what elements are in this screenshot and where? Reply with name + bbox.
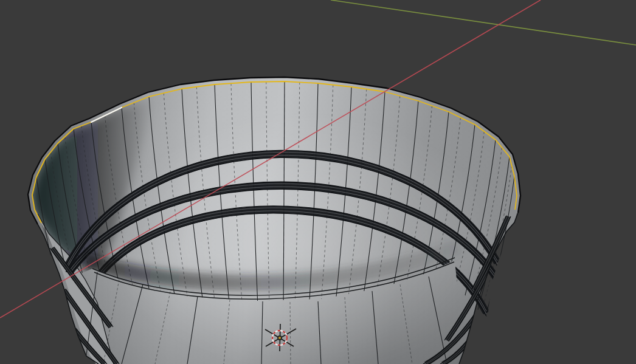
blender-3d-viewport[interactable] bbox=[0, 0, 636, 364]
cursor-center-dot bbox=[278, 337, 281, 339]
viewport-canvas[interactable] bbox=[0, 0, 636, 364]
